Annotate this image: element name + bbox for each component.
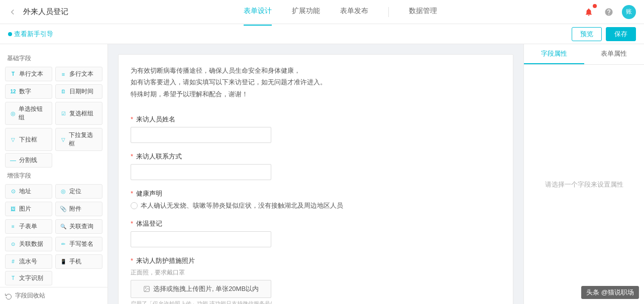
field-single-text[interactable]: T 单行文本 [5,67,52,81]
nav-divider [388,7,389,17]
field-image[interactable]: 🖼 图片 [5,202,52,216]
dropdown-icon: ▽ [10,136,17,143]
multi-dropdown-label: 下拉复选框 [69,131,98,148]
radio-icon: ◎ [10,110,16,117]
field-datetime[interactable]: 🗓 日期时间 [55,84,102,99]
help-icon[interactable] [602,5,616,19]
field-signature[interactable]: ✏ 手写签名 [55,237,102,251]
preview-button[interactable]: 预览 [572,27,602,41]
notice-line2: 如有访客要进入，请如实填写以下来访登记，如无问题才准许进入。 [131,76,501,88]
serial-icon: # [10,258,17,265]
notification-icon[interactable] [582,5,596,19]
photo-tip: 启用了「仅允许拍照上传」功能,该功能只支持微信服务号/... [131,300,501,304]
canvas-area: 为有效切断病毒传播途径，确保人员生命安全和身体健康， 如有访客要进入，请如实填写… [108,44,523,304]
ocr-icon: T [10,275,17,282]
temperature-input[interactable] [131,231,271,247]
notification-badge [593,4,597,8]
sub-header: 查看新手引导 预览 保存 [0,24,644,44]
field-checkbox[interactable]: ☑ 复选框组 [55,102,102,125]
back-button[interactable] [8,8,17,17]
field-related-data[interactable]: ⊙ 关联数据 [5,237,52,251]
field-serial[interactable]: # 流水号 [5,254,52,269]
dropdown-label: 下拉框 [19,135,37,144]
photo-upload-button[interactable]: 选择或拖拽上传图片, 单张20MB以内 [131,280,271,298]
avatar[interactable]: 账 [622,5,636,19]
related-data-icon: ⊙ [10,241,17,248]
field-temperature: * 体温登记 [131,219,501,247]
health-declaration-label: * 健康声明 [131,189,501,198]
field-radio[interactable]: ◎ 单选按钮组 [5,102,52,125]
field-sidebar: 基础字段 T 单行文本 ≡ 多行文本 12 数字 🗓 日期时间 ◎ 单选按钮组 [0,44,108,304]
datetime-icon: 🗓 [60,88,67,95]
multi-dropdown-icon: ▽ [60,136,66,143]
field-divider[interactable]: — 分割线 [5,153,52,168]
nav-publish[interactable]: 表单发布 [340,7,368,18]
ocr-label: 文字识别 [19,274,43,282]
field-dropdown[interactable]: ▽ 下拉框 [5,128,52,151]
phone-icon: 📱 [60,258,67,265]
field-related-query[interactable]: 🔍 关联查询 [55,219,102,234]
header: 外来人员登记 表单设计 扩展功能 表单发布 数据管理 账 [0,0,644,24]
single-text-icon: T [10,71,17,78]
visitor-contact-label: * 来访人联系方式 [131,152,501,161]
number-label: 数字 [19,87,31,96]
notice-line3: 特殊时期，希望予以理解和配合，谢谢！ [131,88,501,100]
avatar-text: 账 [626,8,632,16]
field-health-declaration: * 健康声明 本人确认无发烧、咳嗽等肺炎疑似症状，没有接触湖北及周边地区人员 [131,189,501,210]
datetime-label: 日期时间 [69,87,93,96]
form-notice: 为有效切断病毒传播途径，确保人员生命安全和身体健康， 如有访客要进入，请如实填写… [131,65,501,105]
temperature-label: * 体温登记 [131,219,501,228]
field-number[interactable]: 12 数字 [5,84,52,99]
upload-label: 选择或拖拽上传图片, 单张20MB以内 [153,284,259,293]
tab-field-properties[interactable]: 字段属性 [524,44,584,64]
required-mark-5: * [131,257,133,264]
field-location[interactable]: ◎ 定位 [55,184,102,199]
form-canvas: 为有效切断病毒传播途径，确保人员生命安全和身体健康， 如有访客要进入，请如实填写… [118,54,513,304]
main-layout: 基础字段 T 单行文本 ≡ 多行文本 12 数字 🗓 日期时间 ◎ 单选按钮组 [0,44,644,304]
recycle-bin[interactable]: 字段回收站 [0,287,108,304]
empty-hint-text: 请选择一个字段来设置属性 [545,180,623,189]
guide-link[interactable]: 查看新手引导 [8,30,53,39]
health-radio-option[interactable]: 本人确认无发烧、咳嗽等肺炎疑似症状，没有接触湖北及周边地区人员 [131,201,501,210]
field-multi-dropdown[interactable]: ▽ 下拉复选框 [55,128,102,151]
related-data-label: 关联数据 [19,240,43,248]
panel-tabs: 字段属性 表单属性 [524,44,644,65]
recycle-bin-label: 字段回收站 [15,291,45,300]
phone-label: 手机 [69,257,81,266]
checkbox-label: 复选框组 [69,109,93,118]
notice-line1: 为有效切断病毒传播途径，确保人员生命安全和身体健康， [131,65,501,76]
field-attachment[interactable]: 📎 附件 [55,202,102,216]
nav-data[interactable]: 数据管理 [409,7,437,18]
visitor-contact-input[interactable] [131,164,271,180]
subtable-label: 子表单 [19,222,37,231]
nav-extend[interactable]: 扩展功能 [292,7,320,18]
divider-icon: — [10,157,17,164]
image-label: 图片 [19,205,31,213]
divider-label: 分割线 [19,156,37,165]
location-icon: ◎ [60,188,67,195]
field-address[interactable]: ⊙ 地址 [5,184,52,199]
multi-text-label: 多行文本 [69,70,93,78]
field-multi-text[interactable]: ≡ 多行文本 [55,67,102,81]
sub-header-actions: 预览 保存 [572,27,636,41]
related-query-icon: 🔍 [60,223,67,230]
visitor-name-input[interactable] [131,127,271,143]
field-ocr[interactable]: T 文字识别 [5,271,52,285]
radio-circle [131,202,138,209]
tab-form-properties[interactable]: 表单属性 [584,44,645,64]
header-right: 账 [582,5,636,19]
attachment-label: 附件 [69,205,81,213]
field-visitor-name: * 来访人员姓名 [131,115,501,143]
visitor-name-label: * 来访人员姓名 [131,115,501,124]
field-phone[interactable]: 📱 手机 [55,254,102,269]
enhanced-section-title: 增强字段 [7,172,102,180]
required-mark-3: * [131,190,133,197]
svg-point-1 [145,287,146,288]
guide-text: 查看新手引导 [14,30,53,39]
field-subtable[interactable]: ≡ 子表单 [5,219,52,234]
required-mark: * [131,115,133,123]
page-title: 外来人员登记 [23,7,68,17]
save-button[interactable]: 保存 [606,27,636,41]
multi-text-icon: ≡ [60,71,67,78]
nav-form-design[interactable]: 表单设计 [244,7,272,18]
